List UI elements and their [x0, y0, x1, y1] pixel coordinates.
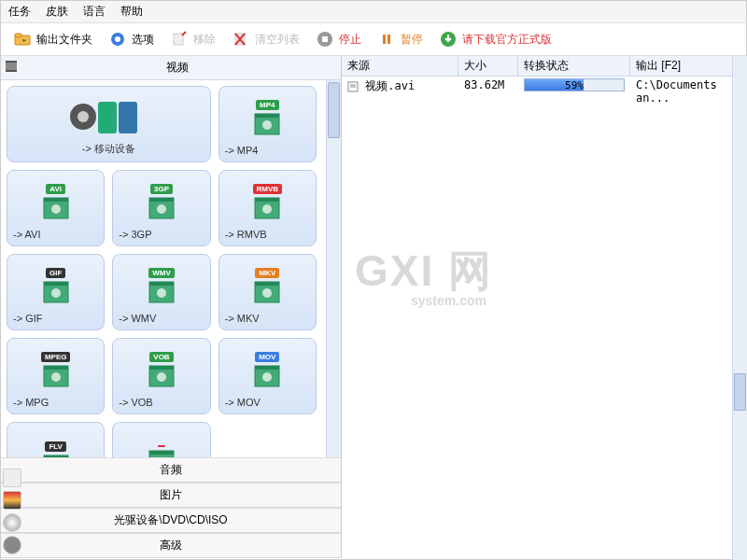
format-tile-VOB[interactable]: VOB-> VOB: [112, 338, 210, 414]
sidebar-gear-icon[interactable]: [3, 536, 21, 554]
pause-icon: [376, 29, 397, 49]
format-icon: RMVB: [225, 176, 310, 227]
menu-language[interactable]: 语言: [83, 4, 106, 20]
format-icon: MPEG: [13, 344, 98, 395]
format-tile-AVI[interactable]: AVI-> AVI: [7, 170, 105, 246]
svg-point-47: [157, 372, 166, 382]
task-table-header: 来源 大小 转换状态 输出 [F2]: [342, 56, 746, 77]
svg-rect-34: [44, 282, 68, 286]
format-label: -> RMVB: [225, 227, 310, 240]
format-icon: WMV: [119, 260, 204, 311]
format-label: -> MOV: [225, 395, 310, 408]
format-tile-MKV[interactable]: MKV-> MKV: [218, 254, 317, 330]
col-source[interactable]: 来源: [342, 56, 458, 76]
col-size[interactable]: 大小: [458, 56, 518, 76]
svg-rect-22: [255, 114, 279, 118]
svg-point-29: [157, 204, 166, 214]
svg-point-38: [157, 288, 166, 298]
options-button[interactable]: 选项: [102, 27, 160, 51]
toolbar: 输出文件夹 选项 移除 清空列表 停止 暂停 请下载官方正式版: [1, 23, 746, 56]
svg-point-26: [51, 204, 61, 214]
scrollbar-thumb[interactable]: [328, 82, 340, 138]
svg-rect-49: [255, 366, 279, 370]
sidebar-music-icon[interactable]: [3, 469, 21, 487]
format-label: -> MPG: [13, 395, 98, 408]
format-icon: 3GP: [119, 176, 204, 227]
format-tile-0[interactable]: -> 移动设备: [7, 86, 211, 162]
format-icon: AVI: [13, 176, 98, 227]
format-icon: VOB: [119, 344, 204, 395]
format-tile-FLV[interactable]: FLV: [7, 422, 105, 457]
svg-point-3: [115, 36, 120, 42]
stop-icon: [315, 29, 335, 49]
svg-point-32: [262, 204, 272, 214]
svg-rect-16: [6, 70, 17, 72]
svg-rect-1: [15, 34, 21, 37]
format-grid-scroll[interactable]: -> 移动设备MP4-> MP4AVI-> AVI3GP-> 3GPRMVB->…: [1, 80, 341, 457]
format-tile-RMVB[interactable]: RMVB-> RMVB: [218, 170, 317, 246]
format-icon: GIF: [13, 260, 98, 311]
format-tile-MP4[interactable]: MP4-> MP4: [218, 86, 317, 162]
format-label: -> MP4: [225, 143, 310, 156]
right-scrollbar-thumb[interactable]: [734, 373, 746, 411]
progress-bar: 59%: [524, 78, 625, 91]
svg-rect-10: [322, 36, 328, 42]
table-row[interactable]: 视频.avi 83.62M 59% C:\Documents an...: [342, 77, 746, 106]
category-advanced[interactable]: 高级: [1, 533, 341, 558]
scrollbar[interactable]: [326, 80, 341, 457]
remove-icon: [169, 29, 190, 49]
format-label: -> VOB: [119, 395, 204, 408]
svg-rect-37: [149, 282, 174, 286]
format-icon: MOV: [225, 344, 310, 395]
svg-rect-12: [388, 35, 390, 44]
col-output[interactable]: 输出 [F2]: [630, 56, 746, 76]
format-tile-WMV[interactable]: WMV-> WMV: [112, 254, 210, 330]
format-label: -> MKV: [225, 311, 310, 324]
format-icon: [66, 92, 150, 140]
category-image[interactable]: 图片: [1, 483, 341, 508]
folder-icon: [12, 29, 33, 49]
format-tile-MOV[interactable]: MOV-> MOV: [218, 338, 317, 414]
format-tile-GIF[interactable]: GIF-> GIF: [7, 254, 105, 330]
format-label: -> 3GP: [119, 227, 204, 240]
right-scrollbar[interactable]: [732, 56, 747, 560]
download-icon: [438, 29, 458, 49]
col-status[interactable]: 转换状态: [518, 56, 630, 76]
video-clip-icon: [5, 60, 18, 73]
format-icon: MP4: [225, 92, 310, 143]
menu-tasks[interactable]: 任务: [8, 4, 31, 20]
clear-list-button: 清空列表: [225, 27, 305, 51]
format-tile-3GP[interactable]: 3GP-> 3GP: [112, 170, 210, 246]
category-disc[interactable]: 光驱设备\DVD\CD\ISO: [1, 508, 341, 533]
clear-icon: [231, 29, 251, 49]
remove-button: 移除: [163, 27, 221, 51]
menu-help[interactable]: 帮助: [120, 4, 143, 20]
download-official-button[interactable]: 请下载官方正式版: [432, 27, 557, 51]
format-tile-MPEG[interactable]: MPEG-> MPG: [7, 338, 105, 414]
category-audio[interactable]: 音频: [1, 457, 341, 483]
pause-button[interactable]: 暂停: [371, 27, 429, 51]
svg-rect-46: [149, 366, 174, 370]
menu-skin[interactable]: 皮肤: [46, 4, 68, 20]
cell-output: C:\Documents an...: [630, 77, 746, 105]
svg-rect-19: [98, 102, 117, 133]
format-tile-12[interactable]: [112, 422, 210, 457]
format-label: -> AVI: [13, 227, 98, 240]
svg-rect-43: [44, 366, 68, 370]
stop-button[interactable]: 停止: [309, 27, 367, 51]
task-panel: 来源 大小 转换状态 输出 [F2] 视频.avi 83.62M 59% C:\…: [342, 56, 746, 558]
cell-source: 视频.avi: [342, 77, 458, 105]
progress-text: 59%: [525, 79, 624, 91]
format-label: -> WMV: [119, 311, 204, 324]
svg-rect-28: [149, 198, 174, 202]
format-icon: FLV: [13, 428, 98, 457]
svg-rect-4: [174, 34, 183, 45]
cell-status: 59%: [518, 77, 630, 105]
svg-point-50: [262, 372, 272, 382]
category-video[interactable]: 视频: [1, 56, 341, 80]
output-folder-button[interactable]: 输出文件夹: [7, 27, 98, 51]
format-label: -> GIF: [13, 311, 98, 324]
format-panel: 视频 -> 移动设备MP4-> MP4AVI-> AVI3GP-> 3GPRMV…: [1, 56, 342, 558]
sidebar-disc-icon[interactable]: [3, 513, 21, 532]
sidebar-flag-icon[interactable]: [3, 491, 21, 510]
